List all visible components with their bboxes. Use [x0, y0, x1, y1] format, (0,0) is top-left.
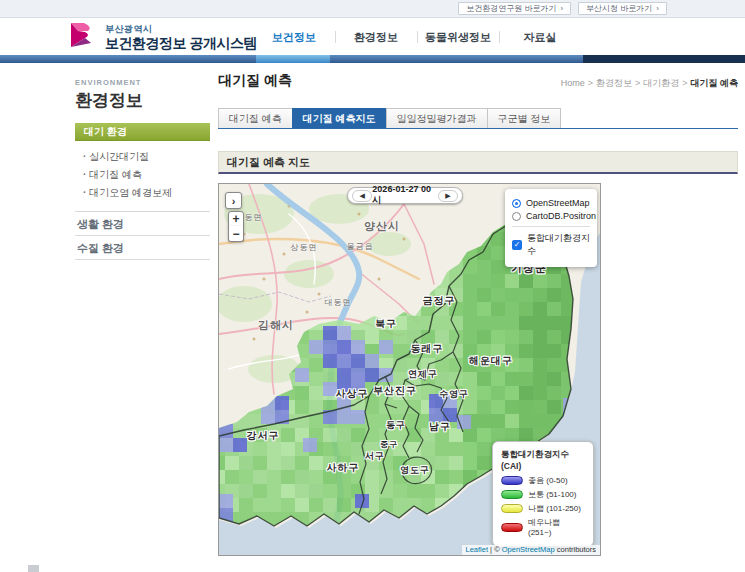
aqi-cell: [323, 498, 337, 512]
tab-3[interactable]: 구군별 정보: [487, 108, 562, 128]
tab-0[interactable]: 대기질 예측: [218, 108, 293, 128]
sidebar-group-1[interactable]: 수질 환경: [75, 236, 210, 260]
sidebar-group-air[interactable]: 대기 환경: [75, 123, 210, 141]
logo-city: 부산광역시: [105, 24, 257, 34]
aqi-cell: [435, 358, 449, 372]
aqi-cell: [463, 442, 477, 456]
aqi-cell-good: [309, 340, 323, 354]
aqi-cell-good: [351, 368, 365, 382]
aqi-cell: [295, 456, 309, 470]
aqi-cell: [547, 386, 561, 400]
aqi-cell: [435, 330, 449, 344]
breadcrumb-item[interactable]: Home: [561, 78, 585, 88]
aqi-cell: [337, 470, 351, 484]
sidebar-group-0[interactable]: 생활 환경: [75, 212, 210, 236]
breadcrumb-item[interactable]: 환경정보: [596, 78, 632, 88]
legend-item-label: 좋음 (0-50): [528, 475, 568, 486]
aqi-cell: [435, 302, 449, 316]
zoom-in-button[interactable]: +: [228, 211, 244, 227]
basemap-options: OpenStreetMapCartoDB.Positron: [512, 198, 590, 221]
section-header: 대기질 예측 지도: [218, 151, 738, 174]
aqi-cell: [309, 456, 323, 470]
aqi-cell: [295, 498, 309, 512]
aqi-cell: [393, 316, 407, 330]
aqi-cell-good: [337, 368, 351, 382]
aqi-cell: [505, 288, 519, 302]
aqi-cell: [477, 414, 491, 428]
nav-item-2[interactable]: 동물위생정보: [417, 30, 499, 44]
openstreetmap-link[interactable]: OpenStreetMap: [502, 545, 555, 554]
aqi-cell: [309, 386, 323, 400]
basemap-option-1[interactable]: CartoDB.Positron: [512, 211, 590, 221]
overlay-toggle-label: 통합대기환경지수: [527, 232, 590, 258]
overlay-toggle[interactable]: ✓ 통합대기환경지수: [512, 232, 590, 258]
aqi-cell: [421, 484, 435, 498]
aqi-cell: [435, 428, 449, 442]
aqi-cell: [253, 428, 267, 442]
nav-item-0[interactable]: 보건정보: [253, 30, 335, 44]
sidebar-item-2[interactable]: 대기오염 예경보제: [79, 184, 210, 202]
aqi-cell: [477, 330, 491, 344]
aqi-cell-good: [275, 396, 289, 410]
aqi-cell: [435, 484, 449, 498]
prev-time-button[interactable]: ◀: [352, 190, 372, 202]
aqi-cell: [505, 302, 519, 316]
aqi-cell-good: [351, 354, 365, 368]
aqi-cell: [491, 344, 505, 358]
aqi-cell: [463, 428, 477, 442]
aqi-cell: [505, 316, 519, 330]
title-row: 대기질 예측 Home>환경정보>대기환경>대기질 예측: [218, 72, 738, 102]
aqi-cell: [533, 288, 547, 302]
aqi-cell: [449, 274, 463, 288]
topbar-link-label: 부산시청 바로가기: [586, 3, 652, 14]
aqi-cell: [351, 456, 365, 470]
aqi-cell: [337, 428, 351, 442]
topbar-link[interactable]: 부산시청 바로가기›: [578, 2, 667, 15]
nav-item-3[interactable]: 자료실: [499, 30, 581, 44]
aqi-cell: [295, 400, 309, 414]
aqi-cell: [463, 288, 477, 302]
aqi-cell-good: [323, 382, 337, 396]
sidebar-items: 실시간대기질대기질 예측대기오염 예경보제: [75, 141, 210, 212]
aqi-cell: [323, 442, 337, 456]
leaflet-link[interactable]: Leaflet: [466, 545, 489, 554]
checkbox-checked-icon: ✓: [512, 240, 522, 250]
aqi-cell: [253, 470, 267, 484]
nav-item-1[interactable]: 환경정보: [335, 30, 417, 44]
zoom-out-button[interactable]: −: [228, 226, 244, 242]
section-title: 대기질 예측 지도: [227, 156, 310, 168]
attribution-suffix: contributors: [555, 545, 596, 554]
main-content: 대기질 예측 Home>환경정보>대기환경>대기질 예측 대기질 예측대기질 예…: [218, 72, 738, 556]
aqi-cell: [267, 428, 281, 442]
aqi-cell: [449, 372, 463, 386]
radio-icon: [512, 212, 521, 221]
sidebar-item-1[interactable]: 대기질 예측: [79, 166, 210, 184]
aqi-cell: [407, 484, 421, 498]
aqi-cell: [379, 456, 393, 470]
breadcrumb-item[interactable]: 대기환경: [643, 78, 679, 88]
aqi-cell: [323, 428, 337, 442]
tab-2[interactable]: 일일정밀평가결과: [386, 108, 488, 128]
sidebar-item-0[interactable]: 실시간대기질: [79, 148, 210, 166]
logo-title: 보건환경정보 공개시스템: [105, 35, 257, 51]
aqi-cell: [309, 498, 323, 512]
air-quality-map[interactable]: 양산시원동면물금읍상동면대동면김해시기장군금정구북구동래구해운대구연제구부산진구…: [218, 183, 601, 556]
aqi-cell: [477, 246, 491, 260]
aqi-cell: [407, 316, 421, 330]
legend-title: 통합대기환경지수 (CAI): [501, 449, 585, 471]
basemap-option-0[interactable]: OpenStreetMap: [512, 198, 590, 208]
topbar-link[interactable]: 보건환경연구원 바로가기›: [458, 2, 571, 15]
aqi-cell: [519, 414, 533, 428]
aqi-cell: [281, 442, 295, 456]
aqi-cell: [239, 456, 253, 470]
site-logo[interactable]: 부산광역시 보건환경정보 공개시스템: [68, 22, 257, 53]
aqi-cell: [239, 498, 253, 512]
expand-panel-button[interactable]: ›: [225, 192, 242, 209]
legend-item: 매우나쁨 (251~): [501, 517, 585, 537]
aqi-cell: [505, 344, 519, 358]
chevron-right-icon: ›: [560, 4, 563, 13]
tab-1[interactable]: 대기질 예측지도: [292, 108, 387, 128]
topbar-link-label: 보건환경연구원 바로가기: [466, 3, 556, 14]
next-time-button[interactable]: ▶: [438, 190, 458, 202]
aqi-cell: [435, 316, 449, 330]
